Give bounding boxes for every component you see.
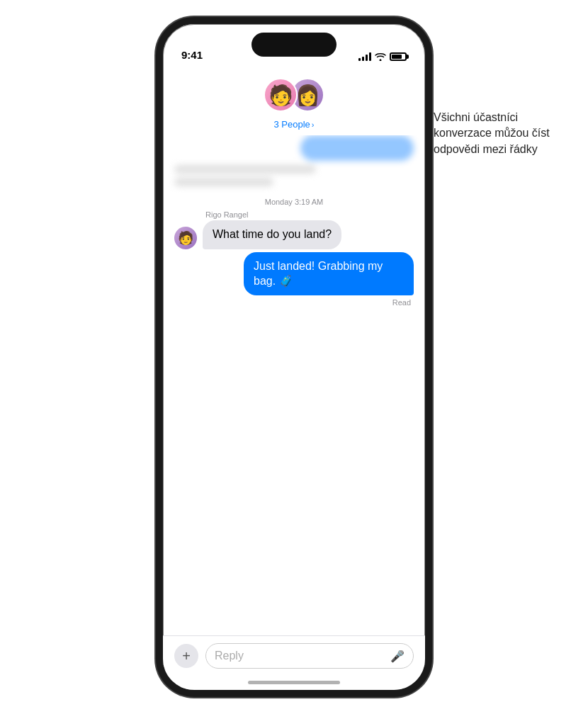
message-timestamp: Monday 3:19 AM	[174, 198, 414, 206]
wifi-icon	[375, 52, 386, 61]
dynamic-island	[251, 33, 337, 57]
reply-input[interactable]: Reply 🎤	[205, 643, 414, 669]
status-time: 9:41	[181, 49, 203, 61]
mic-icon[interactable]: 🎤	[390, 650, 405, 663]
home-indicator	[248, 681, 340, 684]
sent-message-row: Just landed! Grabbing my bag. 🧳	[174, 252, 414, 296]
chat-messages: Monday 3:19 AM Rigo Rangel 🧑 What time d…	[163, 135, 425, 635]
status-icons	[358, 52, 407, 61]
annotation-text: Všichni účastníci konverzace můžou číst …	[434, 110, 575, 157]
phone-content: 🧑 👩 3 People ›	[163, 24, 425, 690]
avatar-1: 🧑	[264, 78, 298, 112]
reply-placeholder: Reply	[215, 650, 244, 662]
avatar-group: 🧑 👩	[264, 74, 324, 116]
signal-icon	[358, 52, 371, 61]
scene: Všichni účastníci konverzace můžou číst …	[0, 0, 588, 714]
blurred-messages-section	[174, 135, 414, 186]
chevron-right-icon: ›	[312, 120, 315, 129]
sent-bubble[interactable]: Just landed! Grabbing my bag. 🧳	[244, 252, 414, 296]
sender-avatar: 🧑	[174, 227, 197, 249]
received-message-row: 🧑 What time do you land?	[174, 220, 414, 249]
read-label: Read	[174, 298, 414, 307]
received-bubble[interactable]: What time do you land?	[203, 220, 341, 249]
battery-icon	[390, 52, 407, 61]
plus-button[interactable]: +	[174, 644, 198, 668]
people-count-label[interactable]: 3 People ›	[274, 119, 315, 130]
blurred-message-right	[174, 135, 414, 161]
phone-frame: 9:41	[156, 17, 432, 697]
sender-name-label: Rigo Rangel	[205, 210, 414, 219]
